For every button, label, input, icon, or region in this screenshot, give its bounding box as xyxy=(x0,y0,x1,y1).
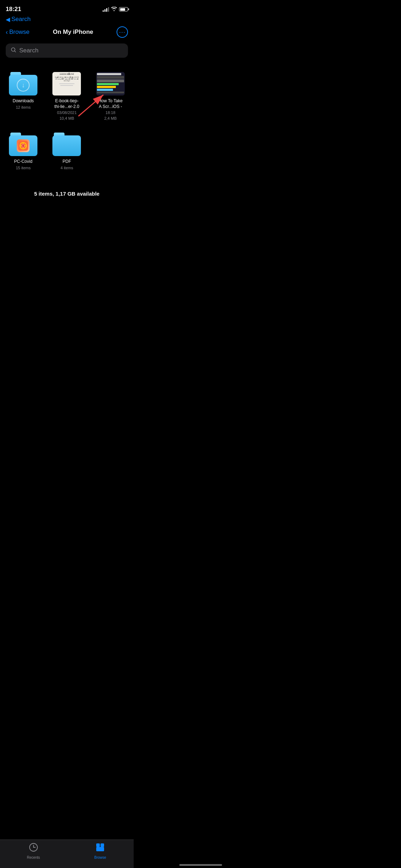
battery-icon xyxy=(119,7,128,11)
downloads-folder-icon: ↓ xyxy=(9,72,37,95)
back-chevron-icon: ◀ xyxy=(6,16,10,23)
downloads-meta: 12 items xyxy=(16,105,31,110)
svg-line-1 xyxy=(15,51,16,52)
signal-icon xyxy=(103,7,109,12)
file-item-ebook[interactable]: E-BOOK MIỄN PHÍ Quyển đã làm thế nào để … xyxy=(46,69,87,124)
status-bar: 18:21 xyxy=(0,0,134,16)
status-icons xyxy=(103,7,128,12)
back-search-button[interactable]: ◀ Search xyxy=(6,16,128,23)
back-row: ◀ Search xyxy=(0,16,134,24)
file-item-screenshot[interactable]: How To TakeA Scr...iOS - 18:182,4 MB xyxy=(90,69,131,124)
files-grid-row2: PC-Covid 15 items PDF 4 items xyxy=(0,127,134,176)
downloads-name: Downloads xyxy=(12,98,34,104)
search-bar[interactable]: Search xyxy=(6,43,128,58)
screenshot-meta: 18:182,4 MB xyxy=(104,110,117,121)
back-search-label: Search xyxy=(11,16,31,23)
files-grid: ↓ Downloads 12 items E-BOOK MIỄN PHÍ Quy… xyxy=(0,63,134,127)
pdf-name: PDF xyxy=(62,159,71,165)
file-item-pdf[interactable]: PDF 4 items xyxy=(46,130,87,174)
pccovid-folder-icon xyxy=(9,133,37,156)
pccovid-name: PC-Covid xyxy=(14,159,32,165)
more-icon: ··· xyxy=(119,29,125,35)
browse-chevron-icon: ‹ xyxy=(6,29,8,36)
browse-back-label: Browse xyxy=(9,29,30,36)
status-time: 18:21 xyxy=(6,6,21,13)
search-icon xyxy=(11,47,16,54)
storage-label: 5 items, 1,17 GB available xyxy=(34,191,99,197)
storage-info: 5 items, 1,17 GB available xyxy=(0,176,134,204)
file-item-pccovid[interactable]: PC-Covid 15 items xyxy=(3,130,43,174)
ebook-meta: 03/08/202110,4 MB xyxy=(57,110,77,121)
more-options-button[interactable]: ··· xyxy=(117,26,128,38)
pdf-meta: 4 items xyxy=(61,165,73,171)
ebook-name: E-book-tiep-thi-lie...er-2.0 xyxy=(54,98,79,109)
screenshot-thumbnail xyxy=(96,72,125,95)
search-container: Search xyxy=(0,42,134,63)
pdf-folder-icon xyxy=(52,133,81,156)
page-title: On My iPhone xyxy=(30,29,117,36)
ebook-thumbnail: E-BOOK MIỄN PHÍ Quyển đã làm thế nào để … xyxy=(52,72,81,95)
search-placeholder: Search xyxy=(19,47,38,54)
screenshot-name: How To TakeA Scr...iOS - xyxy=(98,98,123,109)
browse-back-button[interactable]: ‹ Browse xyxy=(6,29,30,36)
file-item-downloads[interactable]: ↓ Downloads 12 items xyxy=(3,69,43,124)
pccovid-meta: 15 items xyxy=(16,165,31,171)
empty-slot xyxy=(90,130,131,174)
nav-header: ‹ Browse On My iPhone ··· xyxy=(0,24,134,42)
wifi-icon xyxy=(111,7,117,12)
